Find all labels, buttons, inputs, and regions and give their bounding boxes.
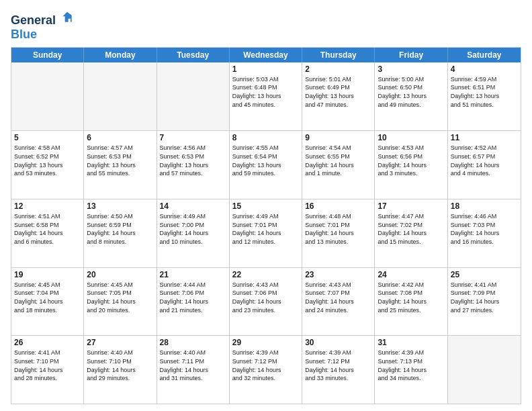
day-number: 21 <box>160 270 226 279</box>
calendar-cell-r0-c6: 4Sunrise: 4:59 AM Sunset: 6:51 PM Daylig… <box>448 62 521 131</box>
cell-info: Sunrise: 4:45 AM Sunset: 7:05 PM Dayligh… <box>87 281 153 314</box>
calendar-cell-r0-c5: 3Sunrise: 5:00 AM Sunset: 6:50 PM Daylig… <box>375 62 447 131</box>
calendar-cell-r4-c0: 26Sunrise: 4:41 AM Sunset: 7:10 PM Dayli… <box>11 336 84 404</box>
calendar-row-3: 12Sunrise: 4:51 AM Sunset: 6:58 PM Dayli… <box>11 199 521 267</box>
day-number: 26 <box>14 338 81 347</box>
logo-blue: Blue <box>11 28 74 42</box>
day-number: 16 <box>305 201 371 211</box>
day-number: 14 <box>160 201 226 211</box>
weekday-header-tuesday: Tuesday <box>157 48 230 62</box>
weekday-header-monday: Monday <box>84 48 157 62</box>
day-number: 2 <box>305 64 371 74</box>
calendar-row-2: 5Sunrise: 4:58 AM Sunset: 6:52 PM Daylig… <box>11 130 521 199</box>
cell-info: Sunrise: 4:41 AM Sunset: 7:10 PM Dayligh… <box>14 349 81 382</box>
calendar-cell-r3-c1: 20Sunrise: 4:45 AM Sunset: 7:05 PM Dayli… <box>84 268 157 336</box>
day-number: 8 <box>232 133 299 142</box>
day-number: 15 <box>232 201 299 211</box>
weekday-header-thursday: Thursday <box>302 48 375 62</box>
calendar-cell-r3-c4: 23Sunrise: 4:43 AM Sunset: 7:07 PM Dayli… <box>302 268 375 336</box>
calendar-cell-r3-c3: 22Sunrise: 4:43 AM Sunset: 7:06 PM Dayli… <box>230 268 302 336</box>
calendar-cell-r1-c3: 8Sunrise: 4:55 AM Sunset: 6:54 PM Daylig… <box>230 131 302 199</box>
calendar-cell-r0-c0 <box>11 62 84 131</box>
weekday-header-friday: Friday <box>375 48 447 62</box>
calendar-cell-r1-c0: 5Sunrise: 4:58 AM Sunset: 6:52 PM Daylig… <box>11 131 84 199</box>
calendar-cell-r4-c4: 30Sunrise: 4:39 AM Sunset: 7:12 PM Dayli… <box>302 336 375 404</box>
cell-info: Sunrise: 4:52 AM Sunset: 6:57 PM Dayligh… <box>451 144 518 177</box>
calendar-cell-r4-c3: 29Sunrise: 4:39 AM Sunset: 7:12 PM Dayli… <box>230 336 302 404</box>
cell-info: Sunrise: 4:44 AM Sunset: 7:06 PM Dayligh… <box>160 281 226 314</box>
day-number: 17 <box>378 201 444 211</box>
cell-info: Sunrise: 4:55 AM Sunset: 6:54 PM Dayligh… <box>232 144 299 177</box>
cell-info: Sunrise: 4:45 AM Sunset: 7:04 PM Dayligh… <box>14 281 81 314</box>
header: General Blue <box>11 8 521 42</box>
day-number: 31 <box>378 338 444 347</box>
cell-info: Sunrise: 4:43 AM Sunset: 7:07 PM Dayligh… <box>305 281 371 314</box>
weekday-header-saturday: Saturday <box>448 48 521 62</box>
cell-info: Sunrise: 4:54 AM Sunset: 6:55 PM Dayligh… <box>305 144 371 177</box>
cell-info: Sunrise: 4:48 AM Sunset: 7:01 PM Dayligh… <box>305 212 371 246</box>
day-number: 9 <box>305 133 371 142</box>
calendar-cell-r4-c5: 31Sunrise: 4:39 AM Sunset: 7:13 PM Dayli… <box>375 336 447 404</box>
calendar-cell-r1-c1: 6Sunrise: 4:57 AM Sunset: 6:53 PM Daylig… <box>84 131 157 199</box>
calendar-cell-r4-c2: 28Sunrise: 4:40 AM Sunset: 7:11 PM Dayli… <box>157 336 230 404</box>
calendar-cell-r2-c4: 16Sunrise: 4:48 AM Sunset: 7:01 PM Dayli… <box>302 199 375 267</box>
day-number: 28 <box>160 338 226 347</box>
calendar-cell-r4-c1: 27Sunrise: 4:40 AM Sunset: 7:10 PM Dayli… <box>84 336 157 404</box>
calendar-cell-r2-c2: 14Sunrise: 4:49 AM Sunset: 7:00 PM Dayli… <box>157 199 230 267</box>
calendar-cell-r3-c6: 25Sunrise: 4:41 AM Sunset: 7:09 PM Dayli… <box>448 268 521 336</box>
weekday-header-wednesday: Wednesday <box>230 48 302 62</box>
day-number: 25 <box>451 270 518 279</box>
calendar-cell-r0-c1 <box>84 62 157 131</box>
weekday-header-sunday: Sunday <box>11 48 84 62</box>
logo-icon <box>60 11 74 24</box>
cell-info: Sunrise: 5:01 AM Sunset: 6:49 PM Dayligh… <box>305 75 371 109</box>
calendar-cell-r1-c4: 9Sunrise: 4:54 AM Sunset: 6:55 PM Daylig… <box>302 131 375 199</box>
day-number: 10 <box>378 133 444 142</box>
calendar-cell-r2-c1: 13Sunrise: 4:50 AM Sunset: 6:59 PM Dayli… <box>84 199 157 267</box>
calendar-cell-r0-c4: 2Sunrise: 5:01 AM Sunset: 6:49 PM Daylig… <box>302 62 375 131</box>
day-number: 19 <box>14 270 81 279</box>
cell-info: Sunrise: 4:41 AM Sunset: 7:09 PM Dayligh… <box>451 281 518 314</box>
cell-info: Sunrise: 4:39 AM Sunset: 7:12 PM Dayligh… <box>305 349 371 382</box>
calendar: SundayMondayTuesdayWednesdayThursdayFrid… <box>11 47 521 404</box>
day-number: 12 <box>14 201 81 211</box>
cell-info: Sunrise: 4:42 AM Sunset: 7:08 PM Dayligh… <box>378 281 444 314</box>
cell-info: Sunrise: 5:00 AM Sunset: 6:50 PM Dayligh… <box>378 75 444 109</box>
cell-info: Sunrise: 4:39 AM Sunset: 7:13 PM Dayligh… <box>378 349 444 382</box>
day-number: 4 <box>451 64 518 74</box>
day-number: 3 <box>378 64 444 74</box>
day-number: 6 <box>87 133 153 142</box>
calendar-header: SundayMondayTuesdayWednesdayThursdayFrid… <box>11 48 521 62</box>
page: General Blue SundayMondayTuesdayWednesda… <box>0 0 532 411</box>
calendar-cell-r2-c5: 17Sunrise: 4:47 AM Sunset: 7:02 PM Dayli… <box>375 199 447 267</box>
calendar-cell-r3-c0: 19Sunrise: 4:45 AM Sunset: 7:04 PM Dayli… <box>11 268 84 336</box>
cell-info: Sunrise: 4:49 AM Sunset: 7:01 PM Dayligh… <box>232 212 299 246</box>
day-number: 7 <box>160 133 226 142</box>
calendar-row-5: 26Sunrise: 4:41 AM Sunset: 7:10 PM Dayli… <box>11 335 521 404</box>
day-number: 27 <box>87 338 153 347</box>
logo: General Blue <box>11 11 74 42</box>
cell-info: Sunrise: 4:59 AM Sunset: 6:51 PM Dayligh… <box>451 75 518 109</box>
cell-info: Sunrise: 4:57 AM Sunset: 6:53 PM Dayligh… <box>87 144 153 177</box>
day-number: 23 <box>305 270 371 279</box>
day-number: 22 <box>232 270 299 279</box>
day-number: 18 <box>451 201 518 211</box>
cell-info: Sunrise: 4:50 AM Sunset: 6:59 PM Dayligh… <box>87 212 153 246</box>
day-number: 13 <box>87 201 153 211</box>
cell-info: Sunrise: 4:39 AM Sunset: 7:12 PM Dayligh… <box>232 349 299 382</box>
logo-text: General <box>11 11 74 28</box>
calendar-body: 1Sunrise: 5:03 AM Sunset: 6:48 PM Daylig… <box>11 62 521 404</box>
cell-info: Sunrise: 4:58 AM Sunset: 6:52 PM Dayligh… <box>14 144 81 177</box>
cell-info: Sunrise: 4:53 AM Sunset: 6:56 PM Dayligh… <box>378 144 444 177</box>
calendar-cell-r1-c2: 7Sunrise: 4:56 AM Sunset: 6:53 PM Daylig… <box>157 131 230 199</box>
calendar-cell-r0-c3: 1Sunrise: 5:03 AM Sunset: 6:48 PM Daylig… <box>230 62 302 131</box>
day-number: 20 <box>87 270 153 279</box>
day-number: 11 <box>451 133 518 142</box>
cell-info: Sunrise: 4:46 AM Sunset: 7:03 PM Dayligh… <box>451 212 518 246</box>
day-number: 5 <box>14 133 81 142</box>
calendar-row-1: 1Sunrise: 5:03 AM Sunset: 6:48 PM Daylig… <box>11 62 521 131</box>
day-number: 1 <box>232 64 299 74</box>
cell-info: Sunrise: 4:40 AM Sunset: 7:11 PM Dayligh… <box>160 349 226 382</box>
cell-info: Sunrise: 5:03 AM Sunset: 6:48 PM Dayligh… <box>232 75 299 109</box>
cell-info: Sunrise: 4:43 AM Sunset: 7:06 PM Dayligh… <box>232 281 299 314</box>
